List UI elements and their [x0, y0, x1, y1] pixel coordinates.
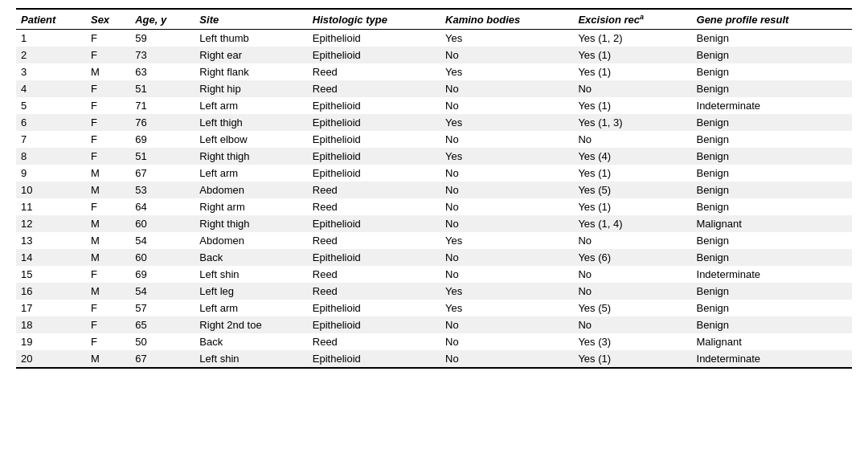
- cell-site: Left arm: [194, 300, 307, 316]
- cell-site: Abdomen: [194, 232, 307, 249]
- cell-sex: M: [86, 283, 130, 300]
- cell-patient: 20: [16, 350, 86, 368]
- cell-excision: Yes (1): [573, 198, 691, 215]
- cell-kamino: Yes: [440, 114, 573, 131]
- cell-age: 53: [130, 182, 194, 198]
- cell-excision: Yes (4): [573, 148, 691, 165]
- table-row: 19F50BackReedNoYes (3)Malignant: [16, 333, 852, 350]
- cell-patient: 13: [16, 232, 86, 249]
- cell-excision: No: [573, 266, 691, 283]
- table-row: 8F51Right thighEpithelioidYesYes (4)Beni…: [16, 148, 852, 165]
- cell-histologic: Epithelioid: [308, 114, 440, 131]
- col-site: Site: [194, 9, 307, 30]
- cell-gene: Malignant: [692, 333, 852, 350]
- cell-excision: No: [573, 80, 691, 97]
- table-row: 6F76Left thighEpithelioidYesYes (1, 3)Be…: [16, 114, 852, 131]
- cell-age: 59: [130, 30, 194, 47]
- cell-site: Back: [194, 249, 307, 266]
- cell-gene: Indeterminate: [692, 266, 852, 283]
- cell-age: 51: [130, 148, 194, 165]
- cell-site: Right arm: [194, 198, 307, 215]
- cell-gene: Benign: [692, 131, 852, 148]
- cell-site: Left thumb: [194, 30, 307, 47]
- cell-kamino: No: [440, 80, 573, 97]
- cell-patient: 17: [16, 300, 86, 316]
- table-row: 13M54AbdomenReedYesNoBenign: [16, 232, 852, 249]
- cell-sex: M: [86, 182, 130, 198]
- cell-histologic: Reed: [308, 266, 440, 283]
- table-row: 18F65Right 2nd toeEpithelioidNoNoBenign: [16, 316, 852, 333]
- col-sex: Sex: [86, 9, 130, 30]
- cell-kamino: No: [440, 350, 573, 368]
- cell-kamino: Yes: [440, 148, 573, 165]
- cell-sex: M: [86, 350, 130, 368]
- cell-sex: F: [86, 198, 130, 215]
- cell-age: 64: [130, 198, 194, 215]
- cell-site: Back: [194, 333, 307, 350]
- cell-excision: No: [573, 283, 691, 300]
- cell-excision: Yes (3): [573, 333, 691, 350]
- cell-histologic: Epithelioid: [308, 165, 440, 182]
- cell-age: 63: [130, 63, 194, 80]
- cell-gene: Benign: [692, 30, 852, 47]
- cell-patient: 18: [16, 316, 86, 333]
- table-row: 7F69Left elbowEpithelioidNoNoBenign: [16, 131, 852, 148]
- cell-excision: Yes (1, 4): [573, 215, 691, 232]
- col-patient: Patient: [16, 9, 86, 30]
- cell-histologic: Reed: [308, 283, 440, 300]
- cell-patient: 15: [16, 266, 86, 283]
- cell-site: Left shin: [194, 266, 307, 283]
- cell-kamino: No: [440, 316, 573, 333]
- cell-excision: Yes (5): [573, 300, 691, 316]
- cell-site: Right ear: [194, 47, 307, 63]
- table-row: 4F51Right hipReedNoNoBenign: [16, 80, 852, 97]
- cell-excision: Yes (5): [573, 182, 691, 198]
- cell-kamino: Yes: [440, 232, 573, 249]
- cell-histologic: Epithelioid: [308, 215, 440, 232]
- cell-kamino: Yes: [440, 283, 573, 300]
- cell-sex: M: [86, 165, 130, 182]
- cell-excision: Yes (1, 3): [573, 114, 691, 131]
- cell-kamino: No: [440, 266, 573, 283]
- cell-gene: Benign: [692, 148, 852, 165]
- cell-age: 50: [130, 333, 194, 350]
- cell-kamino: No: [440, 333, 573, 350]
- cell-gene: Benign: [692, 300, 852, 316]
- cell-histologic: Epithelioid: [308, 97, 440, 114]
- cell-sex: F: [86, 30, 130, 47]
- cell-patient: 11: [16, 198, 86, 215]
- table-row: 10M53AbdomenReedNoYes (5)Benign: [16, 182, 852, 198]
- cell-kamino: Yes: [440, 63, 573, 80]
- cell-kamino: No: [440, 47, 573, 63]
- cell-histologic: Epithelioid: [308, 47, 440, 63]
- table-row: 20M67Left shinEpithelioidNoYes (1)Indete…: [16, 350, 852, 368]
- cell-age: 57: [130, 300, 194, 316]
- cell-patient: 16: [16, 283, 86, 300]
- col-gene: Gene profile result: [692, 9, 852, 30]
- data-table: Patient Sex Age, y Site Histologic type …: [16, 8, 852, 369]
- cell-histologic: Epithelioid: [308, 131, 440, 148]
- cell-histologic: Reed: [308, 198, 440, 215]
- cell-sex: F: [86, 131, 130, 148]
- cell-excision: No: [573, 131, 691, 148]
- cell-kamino: No: [440, 131, 573, 148]
- cell-age: 73: [130, 47, 194, 63]
- cell-site: Right thigh: [194, 215, 307, 232]
- table-header-row: Patient Sex Age, y Site Histologic type …: [16, 9, 852, 30]
- cell-site: Right 2nd toe: [194, 316, 307, 333]
- cell-gene: Benign: [692, 232, 852, 249]
- cell-histologic: Reed: [308, 182, 440, 198]
- cell-age: 60: [130, 215, 194, 232]
- cell-excision: No: [573, 316, 691, 333]
- cell-histologic: Reed: [308, 333, 440, 350]
- cell-excision: Yes (1): [573, 350, 691, 368]
- cell-gene: Benign: [692, 316, 852, 333]
- cell-patient: 10: [16, 182, 86, 198]
- cell-excision: Yes (1): [573, 47, 691, 63]
- cell-patient: 3: [16, 63, 86, 80]
- cell-sex: F: [86, 47, 130, 63]
- cell-sex: M: [86, 249, 130, 266]
- cell-site: Left leg: [194, 283, 307, 300]
- cell-patient: 12: [16, 215, 86, 232]
- cell-histologic: Reed: [308, 63, 440, 80]
